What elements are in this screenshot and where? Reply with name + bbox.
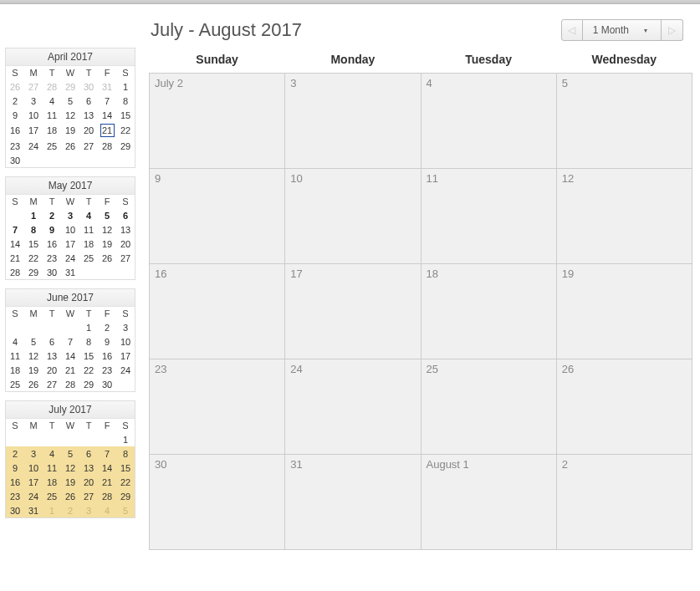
mini-day-cell[interactable]: 23	[6, 489, 24, 503]
mini-day-cell[interactable]: 6	[79, 446, 98, 461]
calendar-day-cell[interactable]: 18	[421, 264, 556, 359]
mini-day-cell[interactable]: 28	[98, 489, 116, 503]
mini-day-cell[interactable]: 22	[116, 475, 135, 489]
mini-day-cell[interactable]: 20	[116, 237, 135, 251]
mini-day-cell[interactable]: 7	[6, 222, 24, 237]
mini-day-cell[interactable]: 7	[98, 94, 116, 108]
mini-day-cell[interactable]: 21	[61, 363, 79, 377]
mini-day-cell[interactable]: 16	[6, 475, 24, 489]
calendar-day-cell[interactable]: 19	[556, 264, 692, 359]
mini-day-cell[interactable]: 12	[61, 108, 79, 122]
mini-day-cell[interactable]: 8	[116, 94, 135, 108]
mini-day-cell[interactable]: 27	[116, 251, 135, 265]
mini-day-cell[interactable]: 30	[79, 79, 98, 94]
calendar-day-cell[interactable]: 24	[285, 359, 421, 455]
mini-day-cell[interactable]: 8	[79, 334, 98, 349]
mini-day-cell[interactable]: 13	[79, 461, 98, 475]
mini-day-cell[interactable]: 9	[43, 222, 61, 237]
mini-calendar-title[interactable]: June 2017	[6, 289, 135, 307]
mini-day-cell[interactable]: 29	[79, 377, 98, 391]
mini-day-cell[interactable]: 14	[98, 108, 116, 122]
mini-day-cell[interactable]: 22	[116, 122, 135, 139]
mini-day-cell[interactable]: 9	[6, 461, 24, 475]
mini-day-cell[interactable]: 17	[61, 237, 79, 251]
mini-day-cell[interactable]: 3	[79, 503, 98, 517]
mini-day-cell[interactable]: 29	[24, 265, 43, 279]
mini-day-cell[interactable]: 24	[24, 489, 43, 503]
range-selector[interactable]: 1 Month ▾	[583, 19, 662, 41]
mini-day-cell[interactable]: 27	[79, 139, 98, 153]
mini-day-cell[interactable]: 20	[79, 122, 98, 139]
mini-day-cell[interactable]: 15	[116, 461, 135, 475]
mini-day-cell[interactable]: 23	[6, 139, 24, 153]
mini-day-cell[interactable]: 6	[79, 94, 98, 108]
mini-day-cell[interactable]: 18	[43, 475, 61, 489]
mini-day-cell[interactable]: 4	[79, 208, 98, 222]
mini-day-cell[interactable]: 11	[43, 108, 61, 122]
calendar-day-cell[interactable]: 17	[285, 264, 421, 359]
prev-button[interactable]: ◁	[561, 19, 583, 41]
mini-day-cell[interactable]: 25	[43, 139, 61, 153]
calendar-day-cell[interactable]: 9	[150, 169, 285, 264]
calendar-day-cell[interactable]: 16	[150, 264, 285, 359]
calendar-day-cell[interactable]: 31	[285, 455, 421, 550]
mini-day-cell[interactable]: 28	[6, 265, 24, 279]
mini-day-cell[interactable]: 22	[24, 251, 43, 265]
mini-day-cell[interactable]: 28	[61, 377, 79, 391]
mini-day-cell[interactable]: 26	[6, 79, 24, 94]
calendar-day-cell[interactable]: 26	[556, 359, 692, 455]
mini-day-cell[interactable]: 28	[43, 79, 61, 94]
mini-day-cell[interactable]: 13	[116, 222, 135, 237]
mini-day-cell[interactable]: 3	[61, 208, 79, 222]
mini-day-cell[interactable]: 25	[79, 251, 98, 265]
mini-day-cell[interactable]: 19	[98, 237, 116, 251]
mini-day-cell[interactable]: 19	[24, 363, 43, 377]
mini-day-cell[interactable]: 14	[61, 349, 79, 363]
mini-day-cell[interactable]: 2	[61, 503, 79, 517]
mini-day-cell[interactable]: 26	[61, 139, 79, 153]
mini-day-cell[interactable]: 12	[61, 461, 79, 475]
mini-day-cell[interactable]: 29	[116, 139, 135, 153]
mini-day-cell[interactable]: 27	[79, 489, 98, 503]
mini-day-cell[interactable]: 11	[43, 461, 61, 475]
mini-day-cell[interactable]: 20	[43, 363, 61, 377]
mini-day-cell[interactable]: 18	[6, 363, 24, 377]
mini-day-cell[interactable]: 4	[43, 94, 61, 108]
mini-calendar-title[interactable]: April 2017	[6, 48, 135, 66]
calendar-day-cell[interactable]: 2	[556, 455, 692, 550]
mini-day-cell[interactable]: 15	[79, 349, 98, 363]
mini-day-cell[interactable]: 3	[24, 446, 43, 461]
mini-day-cell[interactable]: 1	[24, 208, 43, 222]
mini-day-cell[interactable]: 30	[6, 153, 24, 167]
mini-day-cell[interactable]: 9	[98, 334, 116, 349]
mini-day-cell[interactable]: 21	[6, 251, 24, 265]
mini-day-cell[interactable]: 26	[98, 251, 116, 265]
mini-day-cell[interactable]: 5	[116, 503, 135, 517]
mini-day-cell[interactable]: 26	[24, 377, 43, 391]
mini-day-cell[interactable]: 11	[6, 349, 24, 363]
mini-day-cell[interactable]: 20	[79, 475, 98, 489]
mini-day-cell[interactable]: 19	[61, 475, 79, 489]
mini-day-cell[interactable]: 31	[98, 79, 116, 94]
mini-day-cell[interactable]: 2	[6, 94, 24, 108]
mini-day-cell[interactable]: 25	[43, 489, 61, 503]
mini-day-cell[interactable]: 5	[98, 208, 116, 222]
mini-day-cell[interactable]: 15	[116, 108, 135, 122]
mini-day-cell[interactable]: 18	[43, 122, 61, 139]
mini-day-cell[interactable]: 24	[24, 139, 43, 153]
calendar-day-cell[interactable]: 10	[285, 169, 421, 264]
mini-day-cell[interactable]: 27	[43, 377, 61, 391]
mini-day-cell[interactable]: 18	[79, 237, 98, 251]
mini-day-cell[interactable]: 10	[24, 461, 43, 475]
mini-day-cell[interactable]: 23	[98, 363, 116, 377]
mini-day-cell[interactable]: 25	[6, 377, 24, 391]
mini-day-cell[interactable]: 1	[79, 320, 98, 334]
mini-day-cell[interactable]: 3	[116, 320, 135, 334]
mini-day-cell[interactable]: 31	[24, 503, 43, 517]
mini-day-cell[interactable]: 3	[24, 94, 43, 108]
mini-day-cell[interactable]: 10	[24, 108, 43, 122]
mini-day-cell[interactable]: 1	[116, 79, 135, 94]
mini-day-cell[interactable]: 17	[24, 122, 43, 139]
calendar-day-cell[interactable]: August 1	[421, 455, 556, 550]
calendar-day-cell[interactable]: 25	[421, 359, 556, 455]
